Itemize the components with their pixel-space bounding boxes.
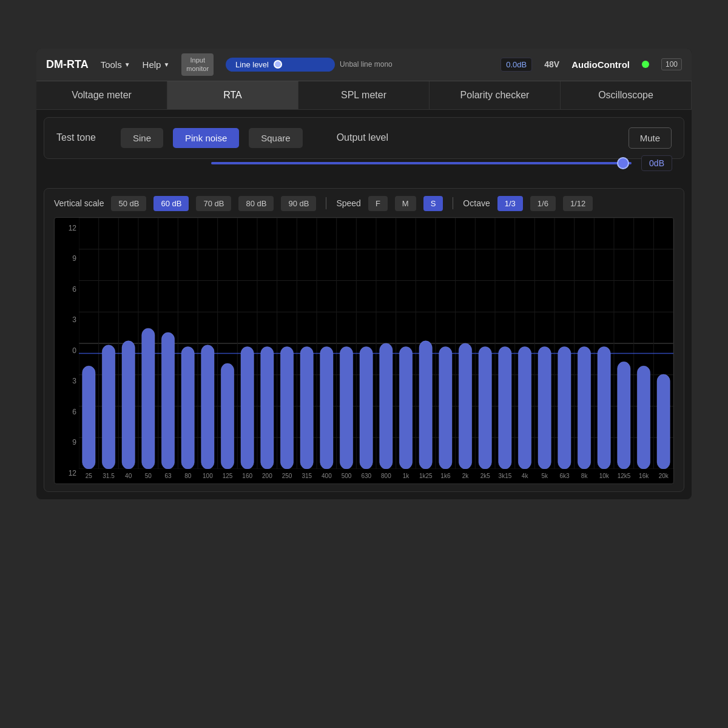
y-label-6: 6 <box>57 285 76 294</box>
y-label-minus12: 12 <box>57 469 76 477</box>
square-button[interactable]: Square <box>249 128 302 148</box>
input-monitor-button[interactable]: Inputmonitor <box>181 53 214 76</box>
y-label-9: 9 <box>57 254 76 263</box>
scale-80db[interactable]: 80 dB <box>238 196 274 211</box>
rta-section: Vertical scale 50 dB 60 dB 70 dB 80 dB 9… <box>44 188 684 492</box>
octave-1-3[interactable]: 1/3 <box>497 196 523 211</box>
svg-rect-56 <box>380 343 393 469</box>
tab-rta[interactable]: RTA <box>167 81 298 109</box>
sine-button[interactable]: Sine <box>121 128 163 148</box>
rta-controls: Vertical scale 50 dB 60 dB 70 dB 80 dB 9… <box>54 196 674 211</box>
audiocontrol-logo: AudioControl <box>571 59 630 70</box>
x-label-25: 25 <box>79 473 99 479</box>
slider-thumb <box>617 157 629 169</box>
svg-rect-64 <box>538 346 551 468</box>
x-label-100: 100 <box>198 473 218 479</box>
tab-oscilloscope[interactable]: Oscilloscope <box>561 81 692 109</box>
x-label-800: 800 <box>376 473 396 479</box>
output-level-label: Output level <box>337 132 388 143</box>
x-axis: 25 31.5 40 50 63 80 100 125 160 200 250 … <box>79 469 673 484</box>
svg-rect-43 <box>122 340 135 468</box>
scale-50db[interactable]: 50 dB <box>111 196 146 211</box>
status-indicator <box>642 61 649 68</box>
slider-row-section: 0dB <box>44 155 684 181</box>
octave-label: Octave <box>463 198 490 208</box>
tools-menu[interactable]: Tools ▼ <box>101 59 130 70</box>
rta-svg-chart <box>79 218 673 469</box>
x-label-3k15: 3k15 <box>495 473 515 479</box>
x-label-8k: 8k <box>575 473 595 479</box>
svg-rect-70 <box>657 374 670 469</box>
x-label-125: 125 <box>218 473 238 479</box>
line-level-control: Line level Unbal line mono <box>226 58 488 72</box>
speed-label: Speed <box>336 198 360 208</box>
y-label-minus6: 6 <box>57 408 76 416</box>
app-title: DM-RTA <box>46 58 89 71</box>
line-level-bar[interactable]: Line level <box>226 58 335 72</box>
x-label-6k3: 6k3 <box>554 473 575 479</box>
x-label-160: 160 <box>237 473 257 479</box>
svg-rect-65 <box>558 346 571 468</box>
tab-polarity-checker[interactable]: Polarity checker <box>430 81 561 109</box>
svg-rect-51 <box>280 346 293 468</box>
vertical-scale-label: Vertical scale <box>54 198 104 208</box>
help-menu[interactable]: Help ▼ <box>143 59 170 70</box>
x-label-315: 315 <box>297 473 317 479</box>
svg-rect-67 <box>598 346 610 468</box>
svg-rect-48 <box>221 363 234 469</box>
tab-voltage-meter[interactable]: Voltage meter <box>36 81 167 109</box>
svg-rect-45 <box>161 332 174 469</box>
y-axis: 12 9 6 3 0 3 6 9 12 <box>55 218 79 484</box>
pink-noise-button[interactable]: Pink noise <box>173 128 239 148</box>
line-level-knob[interactable] <box>274 60 282 69</box>
db-value-display[interactable]: 0.0dB <box>500 58 532 72</box>
rta-chart: 12 9 6 3 0 3 6 9 12 25 31.5 40 50 63 80 … <box>54 217 674 484</box>
x-label-80: 80 <box>178 473 198 479</box>
48v-label[interactable]: 48V <box>544 59 559 69</box>
speed-m[interactable]: M <box>395 196 416 211</box>
mute-button[interactable]: Mute <box>629 127 672 149</box>
x-label-10k: 10k <box>594 473 614 479</box>
x-label-63: 63 <box>158 473 178 479</box>
scale-60db[interactable]: 60 dB <box>153 196 189 211</box>
slider-track <box>211 162 632 164</box>
octave-1-6[interactable]: 1/6 <box>530 196 556 211</box>
svg-rect-47 <box>201 345 214 468</box>
x-label-50: 50 <box>138 473 158 479</box>
octave-1-12[interactable]: 1/12 <box>563 196 593 211</box>
separator-2 <box>453 197 453 209</box>
svg-rect-44 <box>142 328 155 469</box>
svg-rect-49 <box>241 346 254 468</box>
slider-db-label: 0dB <box>641 155 672 171</box>
svg-rect-66 <box>578 346 590 468</box>
svg-rect-52 <box>300 346 313 468</box>
svg-rect-60 <box>459 343 471 469</box>
tab-bar: Voltage meter RTA SPL meter Polarity che… <box>36 81 692 110</box>
x-label-16k: 16k <box>634 473 654 479</box>
x-label-2k: 2k <box>456 473 476 479</box>
scale-90db[interactable]: 90 dB <box>281 196 316 211</box>
x-label-1k: 1k <box>396 473 416 479</box>
app-container: DM-RTA Tools ▼ Help ▼ Inputmonitor Line … <box>36 49 692 499</box>
y-label-minus3: 3 <box>57 377 76 385</box>
svg-rect-68 <box>618 362 630 469</box>
tab-spl-meter[interactable]: SPL meter <box>298 81 430 109</box>
test-tone-section: Test tone Sine Pink noise Square Output … <box>44 117 684 159</box>
x-label-1k6: 1k6 <box>436 473 456 479</box>
x-label-500: 500 <box>337 473 357 479</box>
unbal-label: Unbal line mono <box>340 60 393 69</box>
svg-rect-62 <box>499 346 511 468</box>
help-arrow-icon: ▼ <box>163 61 169 68</box>
speed-s[interactable]: S <box>423 196 443 211</box>
svg-rect-58 <box>419 340 432 468</box>
scale-70db[interactable]: 70 dB <box>196 196 231 211</box>
x-label-12k5: 12k5 <box>614 473 634 479</box>
output-level-slider[interactable] <box>211 157 632 169</box>
x-label-200: 200 <box>257 473 277 479</box>
y-label-minus9: 9 <box>57 438 76 447</box>
test-tone-label: Test tone <box>56 132 111 143</box>
svg-rect-61 <box>479 346 491 468</box>
y-label-0: 0 <box>57 346 76 355</box>
separator-1 <box>326 197 326 209</box>
speed-f[interactable]: F <box>368 196 388 211</box>
